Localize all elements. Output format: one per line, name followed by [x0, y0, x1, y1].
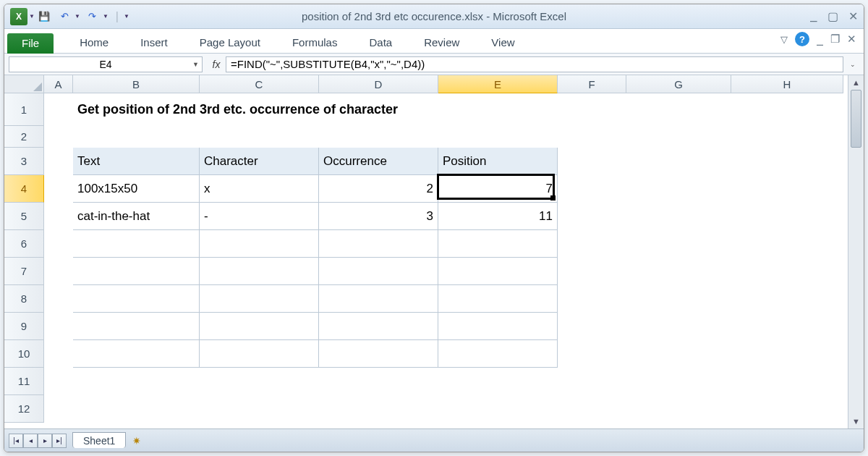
cell-H11[interactable] [731, 368, 843, 395]
row-header-1[interactable]: 1 [4, 93, 44, 126]
cell-C9[interactable] [200, 313, 319, 340]
cell-D10[interactable] [319, 340, 438, 368]
cell-A1[interactable] [44, 93, 73, 126]
cell-H9[interactable] [731, 313, 843, 340]
col-header-C[interactable]: C [200, 75, 319, 93]
tab-data[interactable]: Data [353, 32, 408, 53]
cell-E11[interactable] [438, 368, 558, 395]
row-header-6[interactable]: 6 [4, 230, 44, 258]
sheet-first-icon[interactable]: |◂ [9, 434, 23, 448]
cell-G10[interactable] [626, 340, 731, 368]
ribbon-minimize-icon[interactable]: ▽ [780, 34, 788, 45]
col-header-D[interactable]: D [319, 75, 438, 93]
cell-E10[interactable] [438, 340, 558, 368]
cell-A8[interactable] [44, 285, 73, 313]
cell-B10[interactable] [73, 340, 200, 368]
chevron-down-icon[interactable]: ▼ [29, 13, 35, 20]
cell-C11[interactable] [200, 368, 319, 395]
cell-F7[interactable] [558, 258, 626, 285]
cell-A6[interactable] [44, 230, 73, 258]
cell-F1[interactable] [558, 93, 626, 126]
cell-A10[interactable] [44, 340, 73, 368]
cell-F9[interactable] [558, 313, 626, 340]
cell-H3[interactable] [731, 148, 843, 175]
cell-D4[interactable]: 2 [319, 175, 438, 203]
scroll-up-icon[interactable]: ▲ [848, 75, 864, 90]
col-header-E[interactable]: E [438, 75, 558, 93]
cell-A7[interactable] [44, 258, 73, 285]
cell-B4[interactable]: 100x15x50 [73, 175, 200, 203]
cell-H8[interactable] [731, 285, 843, 313]
cell-area[interactable]: Get position of 2nd 3rd etc. occurrence … [44, 93, 848, 428]
scrollbar-thumb[interactable] [851, 90, 861, 148]
sheet-tab[interactable]: Sheet1 [72, 432, 126, 448]
sheet-last-icon[interactable]: ▸| [52, 434, 67, 448]
tab-home[interactable]: Home [64, 32, 124, 53]
file-tab[interactable]: File [7, 33, 54, 54]
cell-D11[interactable] [319, 368, 438, 395]
cell-G3[interactable] [626, 148, 731, 175]
col-header-F[interactable]: F [558, 75, 626, 93]
cell-B12[interactable] [73, 395, 200, 423]
formula-input[interactable]: =FIND("~",SUBSTITUTE(B4,"x","~",D4)) [226, 56, 843, 72]
redo-icon[interactable]: ↷ [85, 9, 101, 25]
save-icon[interactable]: 💾 [36, 9, 52, 25]
row-header-11[interactable]: 11 [4, 368, 44, 395]
cell-E7[interactable] [438, 258, 558, 285]
row-header-5[interactable]: 5 [4, 203, 44, 230]
cell-H6[interactable] [731, 230, 843, 258]
cell-H5[interactable] [731, 203, 843, 230]
cell-H1[interactable] [731, 93, 843, 126]
cell-E3[interactable]: Position [438, 148, 558, 175]
qat-customize-icon[interactable]: ▼ [124, 13, 129, 20]
workbook-restore-icon[interactable]: ❐ [830, 33, 840, 46]
cell-E5[interactable]: 11 [438, 203, 558, 230]
cell-A9[interactable] [44, 313, 73, 340]
fx-icon[interactable]: fx [207, 59, 226, 70]
close-icon[interactable]: ✕ [848, 9, 858, 23]
cell-B8[interactable] [73, 285, 200, 313]
cell-A5[interactable] [44, 203, 73, 230]
scroll-down-icon[interactable]: ▼ [848, 414, 864, 428]
cell-F2[interactable] [558, 126, 626, 148]
cell-D2[interactable] [319, 126, 438, 148]
cell-A2[interactable] [44, 126, 73, 148]
cell-A12[interactable] [44, 395, 73, 423]
tab-page-layout[interactable]: Page Layout [184, 32, 276, 53]
cell-H7[interactable] [731, 258, 843, 285]
cell-B11[interactable] [73, 368, 200, 395]
excel-logo[interactable]: X ▼ [10, 8, 27, 25]
cell-A11[interactable] [44, 368, 73, 395]
undo-dropdown-icon[interactable]: ▼ [75, 13, 80, 20]
cell-G7[interactable] [626, 258, 731, 285]
tab-insert[interactable]: Insert [124, 32, 184, 53]
workbook-close-icon[interactable]: ✕ [847, 33, 856, 46]
cell-C7[interactable] [200, 258, 319, 285]
cell-A3[interactable] [44, 148, 73, 175]
cell-F8[interactable] [558, 285, 626, 313]
cell-D6[interactable] [319, 230, 438, 258]
cell-C3[interactable]: Character [200, 148, 319, 175]
cell-G8[interactable] [626, 285, 731, 313]
cell-E6[interactable] [438, 230, 558, 258]
col-header-H[interactable]: H [731, 75, 843, 93]
cell-C4[interactable]: x [200, 175, 319, 203]
redo-dropdown-icon[interactable]: ▼ [103, 13, 109, 20]
cell-H4[interactable] [731, 175, 843, 203]
tab-review[interactable]: Review [408, 32, 475, 53]
cell-B2[interactable] [73, 126, 200, 148]
cell-D5[interactable]: 3 [319, 203, 438, 230]
row-header-8[interactable]: 8 [4, 285, 44, 313]
row-header-4[interactable]: 4 [4, 175, 44, 203]
cell-E2[interactable] [438, 126, 558, 148]
row-header-3[interactable]: 3 [4, 148, 44, 175]
cell-G1[interactable] [626, 93, 731, 126]
cell-B1[interactable]: Get position of 2nd 3rd etc. occurrence … [73, 93, 200, 126]
cell-F6[interactable] [558, 230, 626, 258]
cell-F11[interactable] [558, 368, 626, 395]
cell-C5[interactable]: - [200, 203, 319, 230]
tab-formulas[interactable]: Formulas [276, 32, 354, 53]
vertical-scrollbar[interactable]: ▲ ▼ [848, 75, 864, 428]
workbook-minimize-icon[interactable]: ⎯ [817, 33, 823, 46]
col-header-G[interactable]: G [626, 75, 731, 93]
